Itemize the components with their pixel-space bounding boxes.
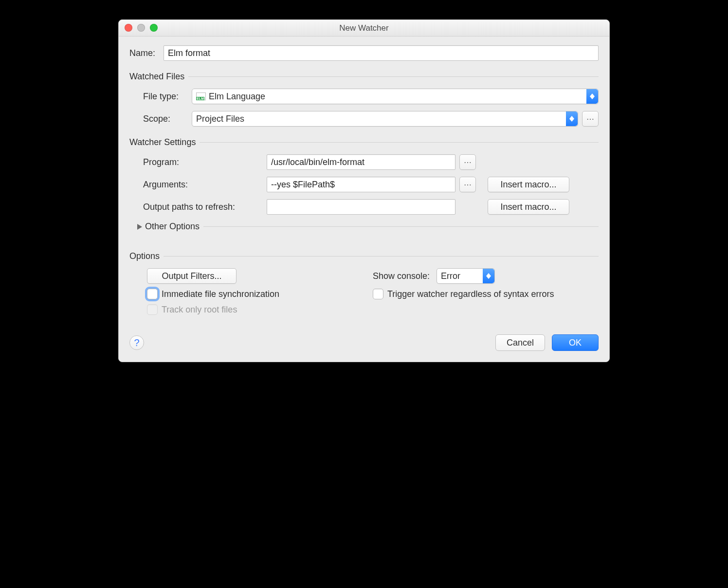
chevron-up-down-icon — [483, 269, 494, 283]
show-console-label: Show console: — [373, 271, 430, 281]
ellipsis-icon: ⋯ — [464, 158, 472, 167]
window-controls — [125, 24, 158, 32]
output-paths-insert-macro-button[interactable]: Insert macro... — [488, 199, 569, 215]
divider — [200, 142, 599, 143]
output-filters-cell: Output Filters... — [147, 268, 373, 284]
titlebar: New Watcher — [119, 20, 609, 37]
trigger-regardless-option: Trigger watcher regardless of syntax err… — [373, 289, 599, 299]
scope-label: Scope: — [143, 114, 192, 124]
arguments-browse-button[interactable]: ⋯ — [459, 177, 476, 192]
dialog-content: Name: Watched Files File type: Elm Langu… — [119, 37, 609, 362]
dialog-window: New Watcher Name: Watched Files File typ… — [118, 19, 610, 362]
scope-row: Scope: Project Files ⋯ — [143, 111, 599, 127]
help-icon: ? — [134, 337, 139, 349]
ellipsis-icon: ⋯ — [586, 114, 595, 124]
name-row: Name: — [129, 45, 599, 61]
arguments-label: Arguments: — [143, 180, 267, 190]
output-filters-button[interactable]: Output Filters... — [147, 268, 237, 284]
output-paths-input[interactable] — [267, 199, 455, 215]
watched-files-title: Watched Files — [129, 72, 184, 82]
svg-marker-1 — [590, 96, 595, 99]
immediate-sync-option: Immediate file synchronization — [147, 289, 373, 299]
program-row: Program: ⋯ — [129, 154, 599, 170]
program-label: Program: — [143, 157, 267, 167]
track-only-root-checkbox — [147, 304, 158, 315]
watcher-settings-header: Watcher Settings — [129, 137, 599, 147]
other-options-label: Other Options — [145, 221, 200, 232]
options-grid: Output Filters... Show console: Error Im… — [147, 268, 599, 315]
show-console-combo[interactable]: Error — [437, 268, 495, 284]
chevron-up-down-icon — [566, 111, 578, 126]
chevron-up-down-icon — [586, 89, 598, 104]
options-header: Options — [129, 251, 599, 261]
arguments-input[interactable] — [267, 177, 455, 192]
chevron-right-icon — [137, 224, 142, 230]
elm-file-icon — [196, 92, 206, 100]
output-paths-row: Output paths to refresh: Insert macro... — [129, 199, 599, 215]
program-browse-button[interactable]: ⋯ — [459, 154, 476, 170]
divider — [203, 226, 599, 227]
watched-files-header: Watched Files — [129, 72, 599, 82]
arguments-row: Arguments: ⋯ Insert macro... — [129, 177, 599, 192]
file-type-combo[interactable]: Elm Language — [192, 89, 599, 104]
show-console-cell: Show console: Error — [373, 268, 599, 284]
svg-marker-6 — [486, 276, 491, 279]
output-paths-label: Output paths to refresh: — [143, 202, 267, 212]
name-input[interactable] — [164, 45, 599, 61]
divider — [164, 256, 599, 257]
track-only-root-option: Track only root files — [147, 304, 373, 315]
svg-marker-3 — [569, 119, 574, 122]
cancel-button[interactable]: Cancel — [495, 334, 545, 351]
dialog-footer: ? Cancel OK — [129, 334, 599, 351]
watcher-settings-title: Watcher Settings — [129, 137, 196, 147]
scope-value: Project Files — [196, 114, 244, 124]
ok-button[interactable]: OK — [552, 334, 599, 351]
trigger-regardless-checkbox[interactable] — [373, 289, 383, 299]
close-icon[interactable] — [125, 24, 132, 32]
file-type-label: File type: — [143, 92, 192, 102]
svg-marker-4 — [137, 224, 142, 230]
immediate-sync-label: Immediate file synchronization — [162, 289, 279, 299]
scope-combo[interactable]: Project Files — [192, 111, 578, 127]
immediate-sync-checkbox[interactable] — [147, 289, 158, 299]
help-button[interactable]: ? — [129, 335, 144, 350]
divider — [188, 76, 599, 77]
window-title: New Watcher — [339, 23, 388, 33]
arguments-insert-macro-button[interactable]: Insert macro... — [488, 177, 569, 192]
options-title: Options — [129, 251, 160, 261]
ellipsis-icon: ⋯ — [464, 180, 472, 189]
program-input[interactable] — [267, 154, 455, 170]
file-type-row: File type: Elm Language — [143, 89, 599, 104]
show-console-value: Error — [441, 271, 460, 281]
minimize-icon — [137, 24, 145, 32]
scope-browse-button[interactable]: ⋯ — [582, 111, 599, 127]
trigger-regardless-label: Trigger watcher regardless of syntax err… — [387, 289, 554, 299]
other-options-expander[interactable]: Other Options — [137, 221, 599, 232]
file-type-value: Elm Language — [209, 92, 265, 102]
name-label: Name: — [129, 48, 164, 58]
track-only-root-label: Track only root files — [162, 305, 237, 315]
maximize-icon[interactable] — [150, 24, 158, 32]
